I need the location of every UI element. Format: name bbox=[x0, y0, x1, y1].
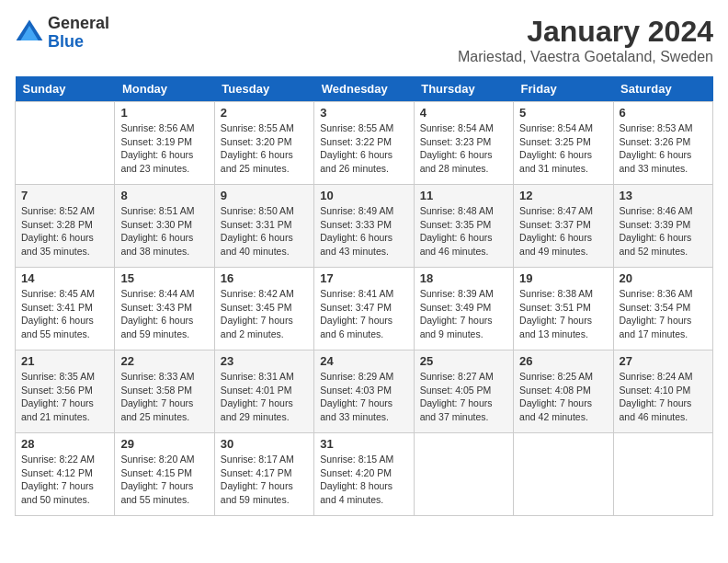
day-number: 2 bbox=[221, 106, 308, 120]
day-number: 1 bbox=[120, 106, 208, 120]
day-info: Sunrise: 8:47 AMSunset: 3:37 PMDaylight:… bbox=[519, 204, 607, 259]
day-number: 9 bbox=[221, 189, 308, 202]
calendar-table: Sunday Monday Tuesday Wednesday Thursday… bbox=[15, 76, 713, 516]
day-number: 24 bbox=[320, 354, 407, 368]
calendar-cell: 28 Sunrise: 8:22 AMSunset: 4:12 PMDaylig… bbox=[16, 433, 115, 516]
calendar-cell: 10 Sunrise: 8:49 AMSunset: 3:33 PMDaylig… bbox=[314, 185, 414, 268]
day-info: Sunrise: 8:29 AMSunset: 4:03 PMDaylight:… bbox=[320, 370, 407, 424]
calendar-cell bbox=[414, 433, 513, 516]
day-info: Sunrise: 8:15 AMSunset: 4:20 PMDaylight:… bbox=[320, 453, 407, 507]
day-number: 25 bbox=[420, 354, 507, 368]
day-number: 30 bbox=[221, 437, 308, 451]
location-title: Mariestad, Vaestra Goetaland, Sweden bbox=[458, 49, 713, 65]
calendar-cell: 19 Sunrise: 8:38 AMSunset: 3:51 PMDaylig… bbox=[514, 268, 613, 350]
day-number: 10 bbox=[320, 189, 407, 202]
day-info: Sunrise: 8:53 AMSunset: 3:26 PMDaylight:… bbox=[620, 121, 707, 176]
day-info: Sunrise: 8:20 AMSunset: 4:15 PMDaylight:… bbox=[120, 453, 208, 507]
calendar-cell: 31 Sunrise: 8:15 AMSunset: 4:20 PMDaylig… bbox=[314, 433, 414, 516]
calendar-week-4: 28 Sunrise: 8:22 AMSunset: 4:12 PMDaylig… bbox=[16, 433, 713, 516]
header-row: Sunday Monday Tuesday Wednesday Thursday… bbox=[16, 76, 713, 102]
day-info: Sunrise: 8:31 AMSunset: 4:01 PMDaylight:… bbox=[221, 370, 308, 424]
day-info: Sunrise: 8:39 AMSunset: 3:49 PMDaylight:… bbox=[420, 287, 507, 341]
day-number: 14 bbox=[21, 271, 108, 285]
day-info: Sunrise: 8:25 AMSunset: 4:08 PMDaylight:… bbox=[519, 370, 607, 424]
day-number: 17 bbox=[320, 271, 407, 285]
calendar-cell: 29 Sunrise: 8:20 AMSunset: 4:15 PMDaylig… bbox=[115, 433, 214, 516]
day-info: Sunrise: 8:49 AMSunset: 3:33 PMDaylight:… bbox=[320, 204, 407, 259]
day-number: 27 bbox=[620, 354, 707, 368]
calendar-cell: 17 Sunrise: 8:41 AMSunset: 3:47 PMDaylig… bbox=[314, 268, 414, 350]
calendar-cell: 3 Sunrise: 8:55 AMSunset: 3:22 PMDayligh… bbox=[314, 102, 414, 185]
calendar-cell: 15 Sunrise: 8:44 AMSunset: 3:43 PMDaylig… bbox=[115, 268, 214, 350]
day-number: 19 bbox=[519, 271, 607, 285]
day-number: 4 bbox=[420, 106, 507, 120]
day-number: 6 bbox=[620, 106, 707, 120]
day-number: 8 bbox=[120, 189, 208, 202]
day-number: 23 bbox=[221, 354, 308, 368]
calendar-cell: 9 Sunrise: 8:50 AMSunset: 3:31 PMDayligh… bbox=[214, 185, 313, 268]
day-info: Sunrise: 8:17 AMSunset: 4:17 PMDaylight:… bbox=[221, 453, 308, 507]
day-info: Sunrise: 8:38 AMSunset: 3:51 PMDaylight:… bbox=[519, 287, 607, 341]
day-number: 5 bbox=[519, 106, 607, 120]
calendar-cell: 4 Sunrise: 8:54 AMSunset: 3:23 PMDayligh… bbox=[414, 102, 513, 185]
calendar-cell: 20 Sunrise: 8:36 AMSunset: 3:54 PMDaylig… bbox=[613, 268, 712, 350]
day-info: Sunrise: 8:48 AMSunset: 3:35 PMDaylight:… bbox=[420, 204, 507, 259]
day-number: 31 bbox=[320, 437, 407, 451]
logo-general-text: General bbox=[48, 15, 109, 33]
day-info: Sunrise: 8:42 AMSunset: 3:45 PMDaylight:… bbox=[221, 287, 308, 341]
calendar-cell: 16 Sunrise: 8:42 AMSunset: 3:45 PMDaylig… bbox=[214, 268, 313, 350]
day-number: 20 bbox=[620, 271, 707, 285]
day-info: Sunrise: 8:46 AMSunset: 3:39 PMDaylight:… bbox=[620, 204, 707, 259]
calendar-cell: 13 Sunrise: 8:46 AMSunset: 3:39 PMDaylig… bbox=[613, 185, 712, 268]
day-info: Sunrise: 8:55 AMSunset: 3:20 PMDaylight:… bbox=[221, 121, 308, 176]
calendar-cell bbox=[514, 433, 613, 516]
col-sunday: Sunday bbox=[16, 76, 115, 102]
day-number: 11 bbox=[420, 189, 507, 202]
day-number: 3 bbox=[320, 106, 407, 120]
col-wednesday: Wednesday bbox=[314, 76, 414, 102]
calendar-cell: 21 Sunrise: 8:35 AMSunset: 3:56 PMDaylig… bbox=[16, 350, 115, 433]
day-info: Sunrise: 8:24 AMSunset: 4:10 PMDaylight:… bbox=[620, 370, 707, 424]
day-info: Sunrise: 8:45 AMSunset: 3:41 PMDaylight:… bbox=[21, 287, 108, 341]
day-info: Sunrise: 8:52 AMSunset: 3:28 PMDaylight:… bbox=[21, 204, 108, 259]
day-number: 18 bbox=[420, 271, 507, 285]
logo-text: General Blue bbox=[48, 15, 109, 52]
day-info: Sunrise: 8:35 AMSunset: 3:56 PMDaylight:… bbox=[21, 370, 108, 424]
calendar-cell bbox=[16, 102, 115, 185]
day-number: 29 bbox=[120, 437, 208, 451]
calendar-cell: 8 Sunrise: 8:51 AMSunset: 3:30 PMDayligh… bbox=[115, 185, 214, 268]
calendar-cell: 24 Sunrise: 8:29 AMSunset: 4:03 PMDaylig… bbox=[314, 350, 414, 433]
calendar-cell: 2 Sunrise: 8:55 AMSunset: 3:20 PMDayligh… bbox=[214, 102, 313, 185]
calendar-cell: 26 Sunrise: 8:25 AMSunset: 4:08 PMDaylig… bbox=[514, 350, 613, 433]
day-info: Sunrise: 8:54 AMSunset: 3:25 PMDaylight:… bbox=[519, 121, 607, 176]
day-info: Sunrise: 8:54 AMSunset: 3:23 PMDaylight:… bbox=[420, 121, 507, 176]
day-info: Sunrise: 8:44 AMSunset: 3:43 PMDaylight:… bbox=[120, 287, 208, 341]
day-number: 21 bbox=[21, 354, 108, 368]
calendar-cell: 6 Sunrise: 8:53 AMSunset: 3:26 PMDayligh… bbox=[613, 102, 712, 185]
day-info: Sunrise: 8:50 AMSunset: 3:31 PMDaylight:… bbox=[221, 204, 308, 259]
day-number: 15 bbox=[120, 271, 208, 285]
day-info: Sunrise: 8:22 AMSunset: 4:12 PMDaylight:… bbox=[21, 453, 108, 507]
calendar-cell: 1 Sunrise: 8:56 AMSunset: 3:19 PMDayligh… bbox=[115, 102, 214, 185]
day-number: 13 bbox=[620, 189, 707, 202]
calendar-cell: 18 Sunrise: 8:39 AMSunset: 3:49 PMDaylig… bbox=[414, 268, 513, 350]
calendar-cell: 25 Sunrise: 8:27 AMSunset: 4:05 PMDaylig… bbox=[414, 350, 513, 433]
day-number: 26 bbox=[519, 354, 607, 368]
day-info: Sunrise: 8:55 AMSunset: 3:22 PMDaylight:… bbox=[320, 121, 407, 176]
calendar-cell: 23 Sunrise: 8:31 AMSunset: 4:01 PMDaylig… bbox=[214, 350, 313, 433]
calendar-cell: 30 Sunrise: 8:17 AMSunset: 4:17 PMDaylig… bbox=[214, 433, 313, 516]
calendar-week-0: 1 Sunrise: 8:56 AMSunset: 3:19 PMDayligh… bbox=[16, 102, 713, 185]
col-thursday: Thursday bbox=[414, 76, 513, 102]
title-area: January 2024 Mariestad, Vaestra Goetalan… bbox=[458, 15, 713, 65]
calendar-week-3: 21 Sunrise: 8:35 AMSunset: 3:56 PMDaylig… bbox=[16, 350, 713, 433]
calendar-cell: 5 Sunrise: 8:54 AMSunset: 3:25 PMDayligh… bbox=[514, 102, 613, 185]
day-info: Sunrise: 8:33 AMSunset: 3:58 PMDaylight:… bbox=[120, 370, 208, 424]
day-number: 22 bbox=[120, 354, 208, 368]
day-info: Sunrise: 8:41 AMSunset: 3:47 PMDaylight:… bbox=[320, 287, 407, 341]
header: General Blue January 2024 Mariestad, Vae… bbox=[15, 15, 713, 65]
day-info: Sunrise: 8:27 AMSunset: 4:05 PMDaylight:… bbox=[420, 370, 507, 424]
day-info: Sunrise: 8:51 AMSunset: 3:30 PMDaylight:… bbox=[120, 204, 208, 259]
calendar-cell bbox=[613, 433, 712, 516]
calendar-week-2: 14 Sunrise: 8:45 AMSunset: 3:41 PMDaylig… bbox=[16, 268, 713, 350]
day-info: Sunrise: 8:56 AMSunset: 3:19 PMDaylight:… bbox=[120, 121, 208, 176]
